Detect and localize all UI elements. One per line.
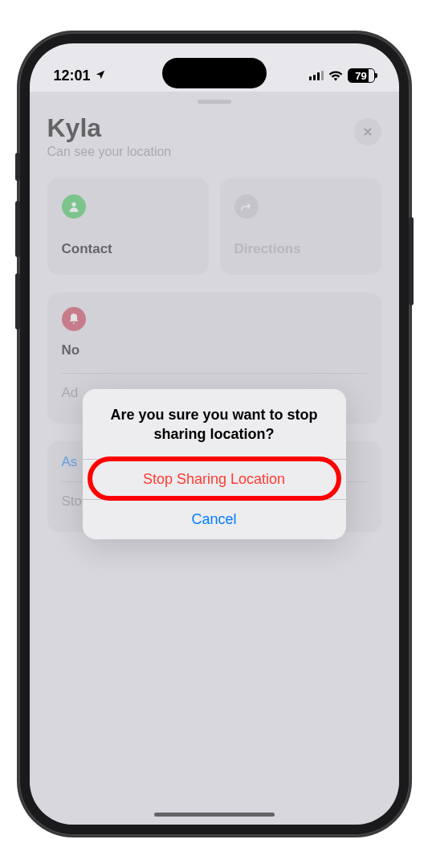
volume-down-button <box>15 273 20 330</box>
wifi-icon <box>328 70 343 81</box>
cellular-signal-icon <box>309 71 324 80</box>
battery-indicator: 79 <box>348 68 375 83</box>
status-time: 12:01 <box>54 68 91 84</box>
power-button <box>409 217 414 305</box>
volume-up-button <box>15 201 20 257</box>
cancel-button[interactable]: Cancel <box>83 499 346 539</box>
stop-sharing-button[interactable]: Stop Sharing Location <box>83 459 346 499</box>
screen: 12:01 79 Kyla Can see your location <box>30 43 399 825</box>
location-services-icon <box>95 69 106 83</box>
phone-frame: 12:01 79 Kyla Can see your location <box>18 32 410 836</box>
alert-title: Are you sure you want to stop sharing lo… <box>83 389 346 459</box>
confirmation-alert: Are you sure you want to stop sharing lo… <box>83 389 346 539</box>
silent-switch <box>15 153 20 181</box>
dynamic-island <box>162 58 267 88</box>
